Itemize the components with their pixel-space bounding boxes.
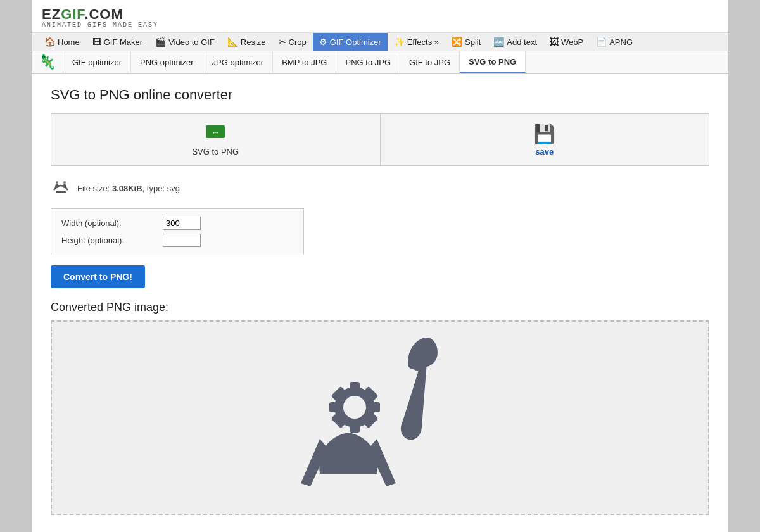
- svg-rect-4: [56, 191, 66, 193]
- nav-video-label: Video to GIF: [168, 37, 215, 47]
- nav-video-to-gif[interactable]: 🎬 Video to GIF: [149, 33, 221, 51]
- svg-rect-9: [350, 382, 360, 396]
- sub-nav-logo: 🦎: [32, 51, 63, 73]
- upload-svg-button[interactable]: ↔ SVG to PNG: [51, 114, 381, 165]
- tab-jpg-optimizer-label: JPG optimizer: [212, 58, 264, 67]
- upload-icon: ↔: [205, 123, 225, 144]
- nav-split[interactable]: 🔀 Split: [445, 33, 487, 51]
- height-input[interactable]: [163, 234, 201, 247]
- tab-gif-to-jpg[interactable]: GIF to JPG: [400, 51, 460, 73]
- tab-svg-to-png-label: SVG to PNG: [469, 57, 516, 66]
- apng-icon: 📄: [596, 37, 607, 47]
- video-icon: 🎬: [155, 37, 166, 47]
- nav-optimizer-label: GIF Optimizer: [330, 37, 381, 47]
- height-option-row: Height (optional):: [61, 234, 293, 247]
- width-option-row: Width (optional):: [61, 217, 293, 230]
- action-bar: ↔ SVG to PNG 💾 save: [51, 113, 709, 166]
- tab-bmp-to-jpg[interactable]: BMP to JPG: [273, 51, 336, 73]
- tab-bmp-label: BMP to JPG: [282, 58, 327, 67]
- text-icon: 🔤: [493, 37, 504, 47]
- nav-effects[interactable]: ✨ Effects »: [388, 33, 445, 51]
- file-info-text: File size: 3.08KiB, type: svg: [77, 184, 180, 193]
- webp-icon: 🖼: [550, 37, 559, 47]
- sub-nav: 🦎 GIF optimizer PNG optimizer JPG optimi…: [32, 51, 728, 74]
- svg-point-6: [63, 181, 66, 184]
- nav-split-label: Split: [465, 37, 481, 47]
- options-box: Width (optional): Height (optional):: [51, 208, 304, 255]
- nav-resize-label: Resize: [241, 37, 266, 47]
- main-nav: 🏠 Home 🎞 GIF Maker 🎬 Video to GIF 📐 Resi…: [32, 33, 728, 51]
- nav-gif-maker[interactable]: 🎞 GIF Maker: [86, 33, 149, 51]
- crop-icon: ✂: [279, 37, 286, 47]
- tab-png-to-jpg[interactable]: PNG to JPG: [336, 51, 400, 73]
- gif-maker-icon: 🎞: [92, 37, 101, 47]
- nav-addtext-label: Add text: [507, 37, 537, 47]
- nav-gif-maker-label: GIF Maker: [104, 37, 142, 47]
- home-icon: 🏠: [44, 37, 55, 47]
- upload-label: SVG to PNG: [192, 147, 239, 156]
- tab-gif-optimizer[interactable]: GIF optimizer: [63, 51, 131, 73]
- tab-gif-to-jpg-label: GIF to JPG: [409, 58, 450, 67]
- nav-effects-label: Effects »: [407, 37, 439, 47]
- nav-webp[interactable]: 🖼 WebP: [543, 33, 590, 51]
- nav-apng-label: APNG: [609, 37, 633, 47]
- svg-rect-10: [350, 419, 360, 433]
- resize-icon: 📐: [227, 37, 238, 47]
- result-title: Converted PNG image:: [51, 301, 709, 314]
- save-icon: 💾: [533, 124, 555, 144]
- save-label: save: [535, 147, 554, 156]
- nav-resize[interactable]: 📐 Resize: [221, 33, 272, 51]
- width-input[interactable]: [163, 217, 201, 230]
- tab-svg-to-png[interactable]: SVG to PNG: [460, 51, 526, 73]
- logo-tagline: ANIMATED GIFS MADE EASY: [42, 22, 158, 28]
- file-size: 3.08KiB: [112, 184, 142, 193]
- tab-png-optimizer[interactable]: PNG optimizer: [131, 51, 203, 73]
- width-label: Width (optional):: [61, 218, 163, 228]
- tab-jpg-optimizer[interactable]: JPG optimizer: [203, 51, 274, 73]
- svg-text:↔: ↔: [211, 127, 220, 137]
- file-type-icon: [51, 176, 71, 201]
- converted-image: [266, 322, 494, 514]
- effects-icon: ✨: [394, 37, 405, 47]
- page-title: SVG to PNG online converter: [51, 87, 709, 103]
- tab-gif-optimizer-label: GIF optimizer: [72, 58, 122, 67]
- nav-home-label: Home: [58, 37, 80, 47]
- convert-button[interactable]: Convert to PNG!: [51, 265, 145, 288]
- sub-logo-icon: 🦎: [39, 54, 56, 70]
- file-info-area: File size: 3.08KiB, type: svg: [51, 176, 709, 201]
- nav-apng[interactable]: 📄 APNG: [590, 33, 639, 51]
- result-image-area: [51, 320, 709, 515]
- svg-point-5: [56, 181, 58, 184]
- save-button[interactable]: 💾 save: [381, 114, 709, 165]
- split-icon: 🔀: [452, 37, 462, 47]
- svg-point-8: [343, 396, 366, 419]
- logo-text: EZGIF.COM: [42, 6, 158, 23]
- optimizer-icon: ⚙: [319, 37, 327, 47]
- nav-gif-optimizer[interactable]: ⚙ GIF Optimizer: [313, 33, 388, 51]
- site-logo[interactable]: EZGIF.COM ANIMATED GIFS MADE EASY: [42, 6, 158, 28]
- tab-png-optimizer-label: PNG optimizer: [140, 58, 194, 67]
- tab-png-to-jpg-label: PNG to JPG: [345, 58, 391, 67]
- nav-home[interactable]: 🏠 Home: [38, 33, 86, 51]
- height-label: Height (optional):: [61, 236, 163, 245]
- svg-rect-11: [329, 402, 343, 412]
- nav-crop-label: Crop: [289, 37, 307, 47]
- svg-rect-12: [366, 402, 380, 412]
- nav-add-text[interactable]: 🔤 Add text: [487, 33, 543, 51]
- nav-webp-label: WebP: [561, 37, 583, 47]
- nav-crop[interactable]: ✂ Crop: [272, 33, 313, 51]
